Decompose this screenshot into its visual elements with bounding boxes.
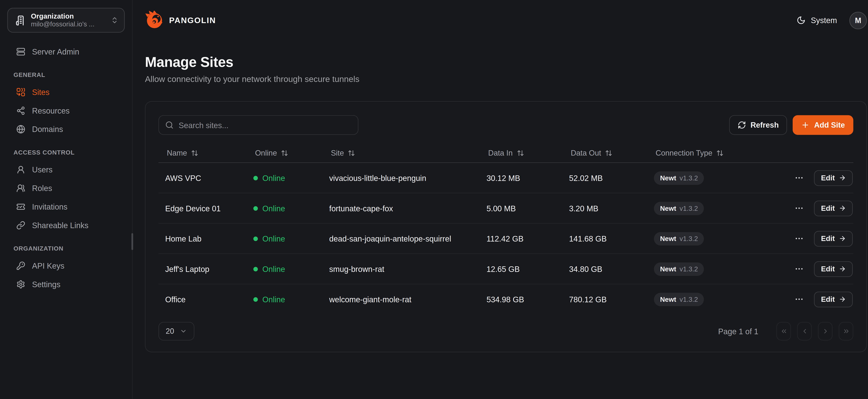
ellipsis-icon <box>795 204 804 213</box>
column-header-connection-type[interactable]: Connection Type <box>647 149 754 157</box>
online-status-dot <box>253 206 258 211</box>
cell-connection-type: Newt v1.3.2 <box>647 232 754 246</box>
sidebar-item-resources[interactable]: Resources <box>7 102 125 119</box>
sidebar-item-settings[interactable]: Settings <box>7 275 125 293</box>
ellipsis-icon <box>795 295 804 304</box>
org-picker-value: milo@fossorial.io's ... <box>31 21 94 28</box>
ellipsis-icon <box>795 234 804 243</box>
sidebar-item-api-keys[interactable]: API Keys <box>7 257 125 274</box>
sidebar-item-label: Invitations <box>32 202 67 211</box>
row-menu-button[interactable] <box>795 173 805 183</box>
cell-name: Edge Device 01 <box>158 204 247 213</box>
row-menu-button[interactable] <box>795 234 805 244</box>
sidebar-item-users[interactable]: Users <box>7 161 125 178</box>
column-header-site[interactable]: Site <box>322 149 479 157</box>
edit-button[interactable]: Edit <box>814 261 853 277</box>
page-title: Manage Sites <box>145 55 867 69</box>
chevron-down-icon <box>180 328 187 335</box>
edit-button[interactable]: Edit <box>814 291 853 307</box>
cell-connection-type: Newt v1.3.2 <box>647 171 754 185</box>
table-header-row: Name Online Site Data In <box>158 144 854 163</box>
avatar[interactable]: M <box>849 11 867 29</box>
sidebar-item-label: Roles <box>32 184 52 192</box>
moon-icon <box>797 16 806 25</box>
arrow-right-icon <box>839 205 846 212</box>
cell-data-in: 5.00 MB <box>480 204 562 213</box>
cell-data-out: 141.68 GB <box>562 234 647 243</box>
cell-online: Online <box>247 204 322 213</box>
cell-site: vivacious-little-blue-penguin <box>322 174 479 183</box>
first-page-button[interactable] <box>776 322 791 341</box>
table-row: Edge Device 01 Online fortunate-cape-fox… <box>158 193 854 224</box>
table-row: AWS VPC Online vivacious-little-blue-pen… <box>158 163 854 193</box>
sidebar-section-organization: ORGANIZATION <box>13 245 125 252</box>
cell-connection-type: Newt v1.3.2 <box>647 262 754 276</box>
chevron-left-icon <box>801 328 808 335</box>
brand-logo[interactable]: PANGOLIN <box>145 10 216 30</box>
sidebar-item-label: Resources <box>32 106 70 115</box>
cell-data-out: 34.80 GB <box>562 265 647 273</box>
globe-icon <box>16 124 25 133</box>
plus-icon <box>801 121 810 129</box>
edit-button[interactable]: Edit <box>814 231 853 247</box>
sites-card: Refresh Add Site Name <box>145 101 867 352</box>
online-status-dot <box>253 176 258 180</box>
org-picker[interactable]: Organization milo@fossorial.io's ... <box>7 8 125 32</box>
column-header-data-out[interactable]: Data Out <box>562 149 647 157</box>
sidebar-section-general: GENERAL <box>13 71 125 78</box>
cell-data-in: 112.42 GB <box>480 234 562 243</box>
connection-badge: Newt v1.3.2 <box>654 293 704 306</box>
user-icon <box>16 165 25 174</box>
page-size-select[interactable]: 20 <box>158 322 194 341</box>
cell-site: dead-san-joaquin-antelope-squirrel <box>322 234 479 243</box>
sort-icon <box>281 150 288 157</box>
cell-data-out: 52.02 MB <box>562 174 647 183</box>
sidebar-item-domains[interactable]: Domains <box>7 120 125 138</box>
refresh-icon <box>738 121 746 129</box>
main-content: PANGOLIN System M Manage Sites Allow con… <box>133 0 868 399</box>
card-toolbar: Refresh Add Site <box>158 115 854 135</box>
column-header-name[interactable]: Name <box>158 149 247 157</box>
building-icon <box>15 15 26 26</box>
edit-button[interactable]: Edit <box>814 201 853 216</box>
search-input[interactable] <box>179 121 352 130</box>
column-header-online[interactable]: Online <box>247 149 322 157</box>
page-indicator: Page 1 of 1 <box>718 327 758 336</box>
sidebar-resize-handle[interactable] <box>131 233 133 250</box>
sidebar-item-shareable-links[interactable]: Shareable Links <box>7 216 125 234</box>
cell-site: welcome-giant-mole-rat <box>322 295 479 304</box>
last-page-button[interactable] <box>839 322 853 341</box>
cell-name: AWS VPC <box>158 174 247 183</box>
cell-actions: Edit <box>754 231 854 247</box>
arrow-right-icon <box>839 296 846 303</box>
app-window: Organization milo@fossorial.io's ... Ser… <box>0 0 868 399</box>
chevrons-up-down-icon <box>111 16 118 24</box>
sidebar-item-invitations[interactable]: Invitations <box>7 198 125 215</box>
sites-table: Name Online Site Data In <box>158 144 854 314</box>
column-header-data-in[interactable]: Data In <box>480 149 562 157</box>
row-menu-button[interactable] <box>795 203 805 213</box>
previous-page-button[interactable] <box>797 322 812 341</box>
row-menu-button[interactable] <box>795 264 805 274</box>
sidebar-item-sites[interactable]: Sites <box>7 83 125 100</box>
sidebar-item-roles[interactable]: Roles <box>7 179 125 196</box>
next-page-button[interactable] <box>818 322 833 341</box>
sort-icon <box>605 150 612 157</box>
row-menu-button[interactable] <box>795 294 805 304</box>
cell-actions: Edit <box>754 291 854 307</box>
edit-button[interactable]: Edit <box>814 170 853 186</box>
theme-toggle[interactable]: System <box>797 16 837 25</box>
avatar-initial: M <box>855 16 861 25</box>
pagination-bar: 20 Page 1 of 1 <box>158 322 854 341</box>
add-site-button[interactable]: Add Site <box>793 115 854 135</box>
ticket-check-icon <box>16 202 25 211</box>
sidebar-nav: Server Admin GENERAL Sites <box>7 43 125 293</box>
sidebar-item-label: API Keys <box>32 261 64 270</box>
combine-icon <box>16 87 25 96</box>
sidebar-item-server-admin[interactable]: Server Admin <box>7 43 125 60</box>
users-icon <box>16 184 25 192</box>
topbar: PANGOLIN System M <box>145 0 867 40</box>
cell-actions: Edit <box>754 170 854 186</box>
cell-data-in: 534.98 GB <box>480 295 562 304</box>
refresh-button[interactable]: Refresh <box>729 115 787 135</box>
